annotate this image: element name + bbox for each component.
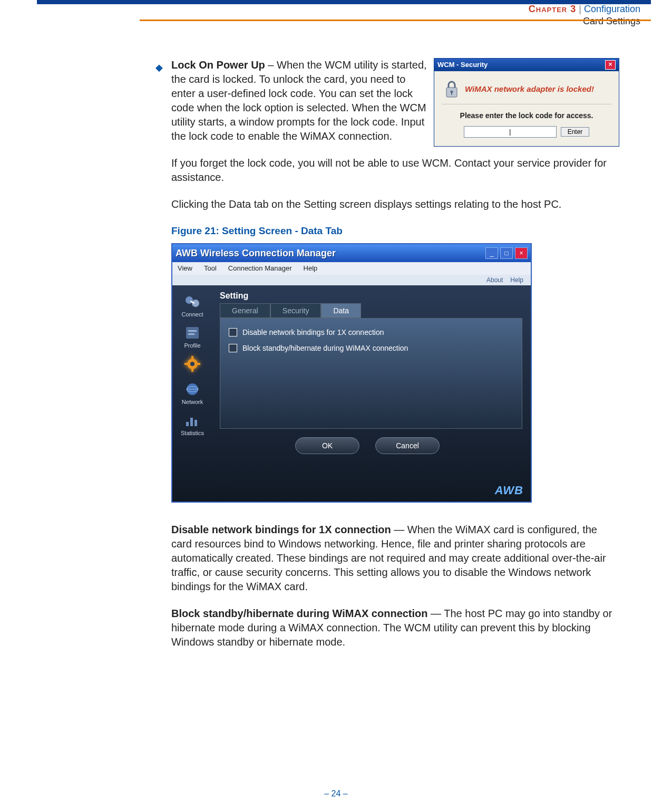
checkbox-label: Disable network bindings for 1X connecti… [242,329,384,336]
para-data-tab: Clicking the Data tab on the Setting scr… [171,197,619,211]
app-sidebar: Connect Profile Network Statistics [172,285,212,502]
menu-tool[interactable]: Tool [204,265,217,272]
block-standby-title: Block standby/hibernate during WiMAX con… [171,608,428,619]
awb-wcm-window: AWB Wireless Connection Manager _ □ × Vi… [171,243,532,503]
chapter-label: Chapter 3 [529,4,576,14]
close-icon[interactable]: × [605,60,616,70]
window-buttons: _ □ × [485,247,528,259]
figure-caption: Figure 21: Setting Screen - Data Tab [171,224,619,238]
awb-logo: AWB [495,485,523,496]
diamond-bullet-icon: ◆ [155,61,163,74]
link-about[interactable]: About [486,277,503,283]
sidebar-item-profile[interactable]: Profile [174,325,211,349]
pipe: | [576,4,584,14]
checkbox-icon[interactable] [229,328,237,336]
wcm-security-dialog: WCM - Security × WiMAX network adapter i… [434,58,619,147]
lock-code-input[interactable] [464,126,557,138]
menu-view[interactable]: View [178,265,192,272]
app-titlebar: AWB Wireless Connection Manager _ □ × [172,244,531,262]
svg-rect-5 [186,327,199,339]
statistics-icon [183,412,202,428]
menu-connection-manager[interactable]: Connection Manager [228,265,292,272]
para-forget-code: If you forget the lock code, you will no… [171,156,619,185]
app-menubar: View Tool Connection Manager Help [172,262,531,275]
svg-rect-2 [451,92,452,95]
tab-general[interactable]: General [220,303,270,318]
sidebar-item-label: Network [174,399,211,405]
maximize-icon[interactable]: □ [500,247,513,259]
checkbox-label: Block standby/hibernate during WiMAX con… [242,344,408,352]
section-label: Configuration [584,4,640,14]
gear-icon [183,356,202,372]
data-tab-panel: Disable network bindings for 1X connecti… [220,318,522,429]
link-help[interactable]: Help [510,277,523,283]
cancel-button[interactable]: Cancel [375,437,440,454]
tab-security[interactable]: Security [270,303,322,318]
para-block-standby: Block standby/hibernate during WiMAX con… [171,607,619,649]
svg-rect-19 [194,420,197,426]
svg-rect-18 [190,418,193,426]
lock-prompt: Please enter the lock code for access. [442,111,611,121]
sidebar-item-settings[interactable] [174,356,211,374]
app-main-panel: Setting General Security Data Disable ne… [212,285,531,502]
bullet-text: Lock On Power Up – When the WCM utility … [171,58,430,143]
lock-icon [444,80,460,99]
connect-icon [183,294,202,310]
svg-point-4 [192,300,199,307]
profile-icon [183,325,202,341]
sidebar-item-connect[interactable]: Connect [174,294,211,318]
checkbox-disable-bindings-row[interactable]: Disable network bindings for 1X connecti… [229,328,513,336]
page-number: – 24 – [0,789,672,799]
disable-bindings-title: Disable network bindings for 1X connecti… [171,524,391,535]
sidebar-item-label: Statistics [174,430,211,436]
svg-rect-6 [188,330,197,332]
svg-point-9 [190,362,194,366]
setting-heading: Setting [220,292,522,300]
ok-button[interactable]: OK [295,437,359,454]
app-toplinks: About Help [172,275,531,285]
enter-button[interactable]: Enter [561,127,590,137]
minimize-icon[interactable]: _ [485,247,498,259]
button-row: OK Cancel [212,437,522,454]
page-header: Chapter 3 | Configuration Card Settings [529,3,640,28]
tab-row: General Security Data [220,303,522,318]
sidebar-item-label: Connect [174,312,211,318]
sidebar-item-label: Profile [174,343,211,349]
checkbox-block-standby-row[interactable]: Block standby/hibernate during WiMAX con… [229,344,513,352]
dialog-titlebar: WCM - Security × [434,59,619,71]
sidebar-item-statistics[interactable]: Statistics [174,412,211,436]
menu-help[interactable]: Help [304,265,318,272]
svg-rect-17 [186,422,189,426]
network-icon [183,381,202,397]
checkbox-icon[interactable] [229,344,237,352]
subsection-label: Card Settings [583,16,640,26]
close-icon[interactable]: × [515,247,528,259]
svg-rect-7 [188,333,194,335]
bullet-lock-on-power-up: ◆ Lock On Power Up – When the WCM utilit… [171,58,619,143]
bullet-desc: – When the WCM utility is started, the c… [171,59,427,142]
bullet-title: Lock On Power Up [171,59,265,71]
lock-message: WiMAX network adapter is locked! [465,84,594,94]
svg-point-3 [186,296,193,304]
tab-data[interactable]: Data [321,303,361,318]
dialog-title: WCM - Security [437,59,488,71]
para-disable-bindings: Disable network bindings for 1X connecti… [171,523,619,594]
app-title: AWB Wireless Connection Manager [176,248,336,258]
sidebar-item-network[interactable]: Network [174,381,211,405]
top-orange-bar [140,20,651,21]
